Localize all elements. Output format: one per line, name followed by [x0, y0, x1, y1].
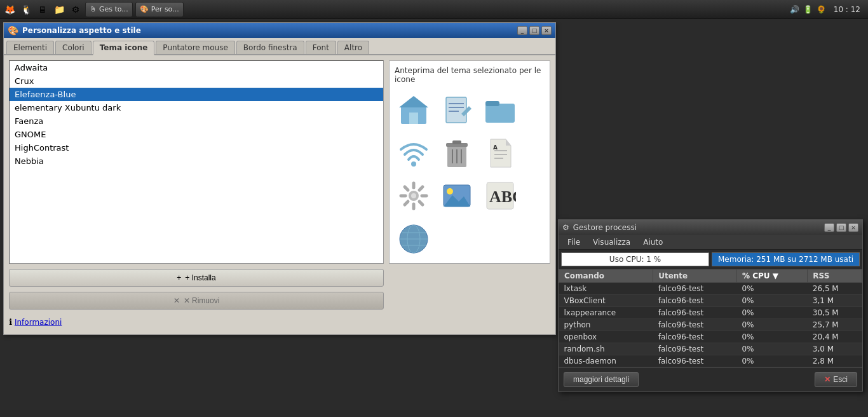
- col-utente[interactable]: Utente: [653, 270, 737, 283]
- systray: 🔊 🔋 🌻: [790, 5, 826, 14]
- preview-icons: A: [395, 90, 545, 258]
- install-button[interactable]: + + Installa: [9, 269, 384, 287]
- menu-visualizza[interactable]: Visualizza: [587, 236, 637, 248]
- theme-icon: 🎨: [140, 5, 149, 13]
- main-window-title: Personalizza aspetto e stile: [22, 26, 513, 35]
- menu-file[interactable]: File: [561, 236, 587, 248]
- preview-document-icon: A: [481, 133, 519, 172]
- preview-folder-icon: [481, 90, 519, 128]
- table-row: VBoxClient falco96-test 0% 3,1 M: [559, 295, 862, 307]
- firefox-icon[interactable]: 🦊: [3, 3, 17, 17]
- task-manager-window: ⚙ Gestore processi _ □ × File Visualizza…: [558, 219, 863, 392]
- theme-list[interactable]: Adwaita Crux Elefaenza-Blue elementary X…: [9, 60, 384, 264]
- remove-icon: ✕: [173, 296, 180, 305]
- preview-title: Anteprima del tema selezionato per le ic…: [395, 66, 545, 84]
- process-table: Comando Utente % CPU ▼ RSS lxtask falco9…: [559, 269, 862, 367]
- theme-item-faenza[interactable]: Faenza: [10, 114, 383, 128]
- tab-colori[interactable]: Colori: [55, 41, 92, 54]
- info-area: ℹ Informazioni: [9, 315, 550, 329]
- preview-edit-icon: [438, 90, 476, 128]
- col-rss[interactable]: RSS: [808, 270, 862, 283]
- taskman-minimize-button[interactable]: _: [824, 223, 834, 232]
- taskman-maximize-button[interactable]: □: [836, 223, 846, 232]
- tab-tema-icone[interactable]: Tema icone: [93, 41, 155, 55]
- minimize-button[interactable]: _: [517, 26, 527, 35]
- install-icon: +: [177, 273, 181, 282]
- tab-altro[interactable]: Altro: [337, 41, 369, 54]
- menu-aiuto[interactable]: Aiuto: [637, 236, 669, 248]
- tabs-bar: Elementi Colori Tema icone Puntatore mou…: [4, 38, 555, 55]
- gesture-icon: 🖱: [90, 5, 97, 13]
- window-content: Adwaita Crux Elefaenza-Blue elementary X…: [4, 55, 555, 334]
- table-row: dbus-daemon falco96-test 0% 2,8 M: [559, 355, 862, 367]
- theme-item-crux[interactable]: Crux: [10, 74, 383, 88]
- svg-text:A: A: [493, 144, 498, 151]
- gesture-app-button[interactable]: 🖱 Ges to...: [85, 2, 133, 17]
- svg-marker-1: [399, 96, 428, 107]
- theme-item-gnome[interactable]: GNOME: [10, 128, 383, 141]
- memory-bar: Memoria: 251 MB su 2712 MB usati: [712, 252, 860, 266]
- theme-item-highcontrast[interactable]: HighContrast: [10, 141, 383, 154]
- svg-rect-9: [485, 104, 515, 123]
- svg-rect-14: [452, 140, 461, 144]
- terminal-icon[interactable]: 🖥: [36, 3, 50, 17]
- remove-button[interactable]: ✕ ✕ Rimuovi: [9, 292, 384, 310]
- col-comando[interactable]: Comando: [559, 270, 653, 283]
- theme-item-elementary[interactable]: elementary Xubuntu dark: [10, 101, 383, 114]
- main-window-icon: 🎨: [8, 25, 18, 36]
- table-row: lxtask falco96-test 0% 26,5 M: [559, 283, 862, 295]
- svg-point-11: [411, 161, 416, 167]
- svg-line-33: [405, 202, 408, 205]
- table-row: openbox falco96-test 0% 20,4 M: [559, 331, 862, 343]
- preview-home-icon: [395, 90, 433, 128]
- main-window: 🎨 Personalizza aspetto e stile _ □ × Ele…: [3, 22, 556, 335]
- taskman-close-button[interactable]: ×: [848, 223, 858, 232]
- preview-image-icon: [438, 177, 476, 215]
- taskman-icon: ⚙: [562, 223, 569, 232]
- gear-icon[interactable]: ⚙: [69, 3, 83, 17]
- preview-wifi-icon: [395, 133, 433, 172]
- taskman-controls: _ □ ×: [824, 223, 858, 232]
- tab-font[interactable]: Font: [306, 41, 336, 54]
- maximize-button[interactable]: □: [529, 26, 539, 35]
- theme-item-adwaita[interactable]: Adwaita: [10, 61, 383, 74]
- tab-bordo[interactable]: Bordo finestra: [236, 41, 304, 54]
- exit-icon: ✕: [824, 375, 831, 384]
- info-button[interactable]: Informazioni: [15, 318, 62, 327]
- theme-item-nebbia[interactable]: Nebbia: [10, 154, 383, 168]
- svg-rect-10: [485, 101, 499, 106]
- files-icon[interactable]: 📁: [52, 3, 66, 17]
- svg-line-32: [419, 187, 423, 190]
- bottom-buttons: + + Installa ✕ ✕ Rimuovi: [9, 269, 550, 310]
- taskman-menubar: File Visualizza Aiuto: [559, 235, 862, 250]
- linux-icon[interactable]: 🐧: [19, 3, 33, 17]
- clock: 10 : 12: [829, 5, 865, 14]
- tab-puntatore[interactable]: Puntatore mouse: [156, 41, 234, 54]
- cpu-bar: Uso CPU: 1 %: [561, 252, 709, 266]
- table-row: random.sh falco96-test 0% 3,0 M: [559, 343, 862, 355]
- preview-gear-icon: [395, 177, 433, 215]
- volume-icon[interactable]: 🔊: [790, 5, 799, 14]
- svg-point-36: [447, 188, 453, 195]
- close-button[interactable]: ×: [541, 26, 552, 35]
- network-icon[interactable]: 🔋: [803, 5, 813, 14]
- svg-line-30: [405, 187, 408, 190]
- process-list-container[interactable]: Comando Utente % CPU ▼ RSS lxtask falco9…: [559, 269, 862, 367]
- exit-button[interactable]: ✕ Esci: [815, 372, 857, 387]
- col-cpu[interactable]: % CPU ▼: [736, 270, 807, 283]
- details-button[interactable]: maggiori dettagli: [564, 372, 639, 387]
- svg-rect-2: [409, 113, 418, 124]
- table-row: lxappearance falco96-test 0% 30,5 M: [559, 307, 862, 319]
- preview-globe-icon: [395, 220, 433, 258]
- main-panel: Adwaita Crux Elefaenza-Blue elementary X…: [9, 60, 550, 264]
- performance-bars: Uso CPU: 1 % Memoria: 251 MB su 2712 MB …: [559, 250, 862, 269]
- table-row: python falco96-test 0% 25,7 M: [559, 319, 862, 331]
- personalize-app-button[interactable]: 🎨 Per so...: [135, 2, 184, 17]
- theme-item-elefaenza[interactable]: Elefaenza-Blue: [10, 88, 383, 101]
- main-window-controls: _ □ ×: [517, 26, 552, 35]
- tab-elementi[interactable]: Elementi: [6, 41, 54, 54]
- preview-trash-icon: [438, 133, 476, 172]
- sunflower-icon[interactable]: 🌻: [817, 5, 826, 14]
- preview-font-icon: ABC: [481, 177, 519, 215]
- taskman-title: Gestore processi: [573, 223, 820, 232]
